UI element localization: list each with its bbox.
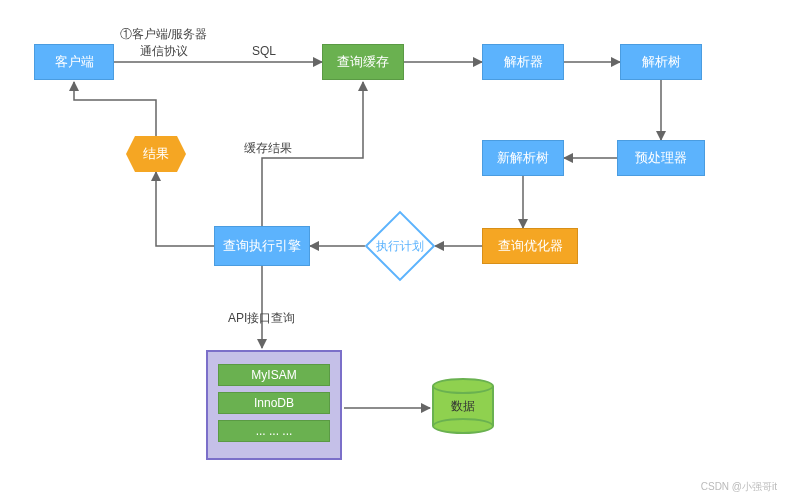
storage-engine-item: ... ... ... [218, 420, 330, 442]
node-client-label: 客户端 [55, 53, 94, 71]
node-parser-label: 解析器 [504, 53, 543, 71]
storage-engine-item: MyISAM [218, 364, 330, 386]
edge-label-protocol: ①客户端/服务器 通信协议 [120, 26, 207, 60]
edge-label-cache-result: 缓存结果 [244, 140, 292, 157]
node-preprocessor-label: 预处理器 [635, 149, 687, 167]
node-query-cache: 查询缓存 [322, 44, 404, 80]
node-data-label: 数据 [451, 398, 475, 415]
node-query-cache-label: 查询缓存 [337, 53, 389, 71]
node-exec-engine: 查询执行引擎 [214, 226, 310, 266]
node-storage-engines: MyISAM InnoDB ... ... ... [206, 350, 342, 460]
node-data: 数据 [432, 378, 494, 434]
watermark: CSDN @小强哥it [701, 480, 777, 494]
node-result: 结果 [126, 136, 186, 172]
node-result-label: 结果 [143, 145, 169, 163]
storage-engine-item: InnoDB [218, 392, 330, 414]
node-preprocessor: 预处理器 [617, 140, 705, 176]
node-optimizer-label: 查询优化器 [498, 237, 563, 255]
node-parse-tree: 解析树 [620, 44, 702, 80]
node-exec-plan-label: 执行计划 [376, 238, 424, 255]
node-new-parse-tree-label: 新解析树 [497, 149, 549, 167]
edge-label-sql: SQL [252, 44, 276, 58]
node-client: 客户端 [34, 44, 114, 80]
node-new-parse-tree: 新解析树 [482, 140, 564, 176]
node-parser: 解析器 [482, 44, 564, 80]
node-exec-plan: 执行计划 [365, 226, 435, 266]
node-exec-engine-label: 查询执行引擎 [223, 237, 301, 255]
node-parse-tree-label: 解析树 [642, 53, 681, 71]
node-optimizer: 查询优化器 [482, 228, 578, 264]
edge-label-api-query: API接口查询 [228, 310, 295, 327]
